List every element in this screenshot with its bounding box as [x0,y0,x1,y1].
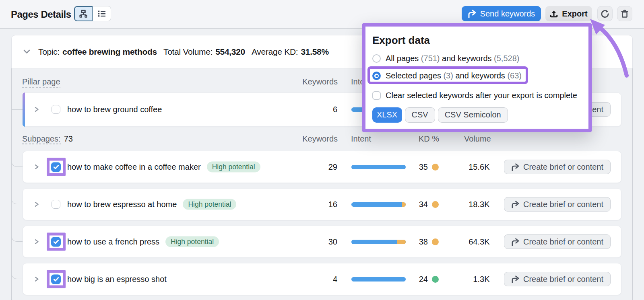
list-view-button[interactable] [93,6,111,21]
option-text: Selected pages [386,71,441,80]
kd-dot-green [432,276,439,283]
option-label: Selected pages (3) and keywords (63) [386,71,522,80]
clear-keywords-checkbox[interactable] [372,91,381,100]
csv-button[interactable]: CSV [405,107,435,123]
kd-dot-orange [432,164,439,171]
expand-chevron-icon[interactable] [34,201,39,207]
keywords-column-header: Keywords [302,134,338,144]
topic-stat-group: Total Volume:554,320 [163,47,245,57]
row-checkbox-checked[interactable] [51,162,61,172]
pillar-keywords-count: 6 [333,105,337,114]
row-checkbox-checked[interactable] [51,237,61,247]
subpage-title[interactable]: how to make coffee in a coffee maker [67,162,201,172]
create-brief-label: Create brief or content [523,275,603,284]
radio-selected[interactable] [372,72,381,80]
list-icon [97,9,106,18]
export-format-buttons: XLSX CSV CSV Semicolon [372,107,508,123]
pages-details-screen: Pages Details [0,0,644,300]
pillar-page-column-header[interactable]: Pillar page [22,77,60,88]
refresh-button[interactable] [597,6,613,21]
subpage-row[interactable]: how to make coffee in a coffee makerHigh… [23,151,622,183]
export-button[interactable]: Export [545,6,592,21]
kd-value: 35 [419,162,428,172]
kd-dot-orange [432,201,439,208]
subpage-title[interactable]: how to brew espresso at home [67,200,177,209]
checkmark-icon [53,239,59,244]
option-count: (751) [421,54,440,63]
topic-stat-group: Average KD:31.58% [252,47,329,57]
expand-chevron-icon[interactable] [34,164,39,170]
delete-button[interactable] [617,6,632,21]
row-checkbox-checked[interactable] [51,274,61,284]
subpages-label[interactable]: Subpages: [22,134,61,144]
create-brief-button[interactable]: Create brief or content [504,272,611,286]
intent-bar [351,277,406,282]
option-text: and keywords [455,71,505,80]
view-toggle [74,6,111,21]
radio-unselected[interactable] [372,54,381,63]
subpage-title[interactable]: how to use a french press [67,237,159,247]
volume-value: 64.3K [469,237,489,247]
create-brief-label: Create brief or content [523,200,603,209]
keywords-count: 16 [328,200,337,209]
checkbox-highlight-frame [47,270,66,288]
volume-column-header: Volume [464,134,491,144]
forward-arrow-icon [511,201,519,208]
csv-semicolon-button[interactable]: CSV Semicolon [438,107,508,123]
pillar-title[interactable]: how to brew ground coffee [67,105,162,114]
keywords-count: 4 [333,275,337,284]
xlsx-button[interactable]: XLSX [372,107,402,123]
checkbox-highlight-frame [47,158,66,176]
intent-bar [351,240,406,244]
row-title: how to brew espresso at homeHigh potenti… [67,199,236,210]
page-title: Pages Details [11,9,71,20]
trash-icon [620,9,629,18]
checkmark-icon [53,164,59,169]
kd-value: 24 [419,275,428,284]
collapse-chevron-icon[interactable] [23,49,30,54]
tree-branch [11,192,23,204]
volume-value: 1.3K [473,275,489,284]
subpage-row[interactable]: how big is an espresso shot 4 24 1.3K Cr… [23,263,622,295]
kd-value: 34 [419,200,428,209]
keywords-count: 30 [328,237,337,247]
subpage-row[interactable]: how to brew espresso at homeHigh potenti… [23,188,622,220]
create-brief-button[interactable]: Create brief or content [504,197,611,212]
create-brief-button[interactable]: Create brief or content [504,234,611,249]
clear-keywords-label: Clear selected keywords after your expor… [386,91,577,100]
kd-value: 38 [419,237,428,247]
expand-chevron-icon[interactable] [34,107,39,112]
option-text: All pages [386,54,419,63]
forward-arrow-icon [511,163,519,171]
sitemap-icon [79,9,88,18]
subpage-title[interactable]: how big is an espresso shot [67,275,167,284]
option-count: (5,528) [494,54,519,63]
create-brief-button[interactable]: Create brief or content [504,160,611,174]
expand-chevron-icon[interactable] [34,239,39,245]
row-title: how to use a french pressHigh potential [67,236,219,247]
subpage-row[interactable]: how to use a french pressHigh potential … [23,226,622,258]
volume-value: 15.6K [469,162,489,172]
option-count: (3) [443,71,453,80]
send-keywords-label: Send keywords [480,9,535,18]
send-keywords-button[interactable]: Send keywords [462,6,541,21]
keywords-count: 29 [328,162,337,172]
expand-chevron-icon[interactable] [34,276,39,282]
average-kd-label: Average KD: [252,47,298,57]
option-text: and keywords [442,54,491,63]
tree-branch [11,267,23,279]
export-popover-title: Export data [372,34,430,47]
pillar-checkbox[interactable] [52,105,60,114]
export-option-all-pages[interactable]: All pages (751) and keywords (5,528) [372,54,519,63]
forward-arrow-icon [511,275,519,283]
option-count: (63) [507,71,522,80]
export-option-selected-pages[interactable]: Selected pages (3) and keywords (63) [372,71,522,80]
forward-arrow-icon [468,10,476,18]
intent-bar [351,165,406,169]
forward-arrow-icon [511,238,519,246]
table-right-border [632,68,633,300]
tree-view-button[interactable] [74,6,93,21]
clear-keywords-option[interactable]: Clear selected keywords after your expor… [372,91,577,100]
row-checkbox[interactable] [52,200,60,209]
total-volume-label: Total Volume: [163,47,213,57]
